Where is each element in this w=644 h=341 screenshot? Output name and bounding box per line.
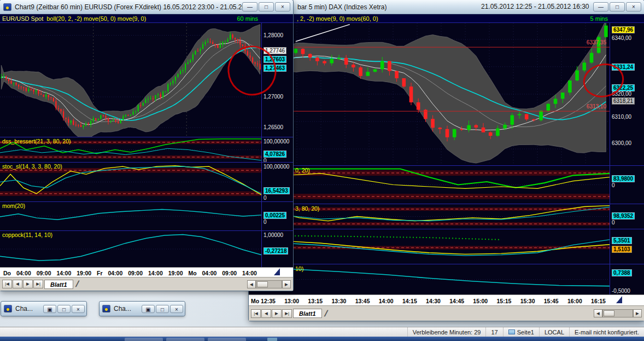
window-controls: ▣ □ ×	[142, 305, 183, 313]
momentum-indicator-panel[interactable]	[0, 202, 261, 230]
time-axis-label: 15:00	[473, 298, 488, 304]
taskbar-item[interactable]	[166, 338, 204, 341]
page-monitor-icon	[508, 330, 515, 334]
stochastic-panel-label: stoc_sl(14, 3, 3, 80, 20)	[2, 163, 62, 170]
maximize-button[interactable]: □	[57, 305, 71, 313]
restore-button[interactable]: ▣	[142, 305, 155, 313]
time-axis-label: Mo 12:35	[251, 298, 276, 304]
status-local: LOCAL	[539, 327, 569, 337]
sheet-tab-blatt1[interactable]: Blatt1	[44, 280, 73, 289]
studies-label: boll(20, 2, -2) move(50, 0) move(9, 0)	[46, 15, 146, 22]
minimized-chart-window-2[interactable]: Cha... ▣ □ ×	[99, 302, 185, 316]
support-level-label: 6313,10	[587, 103, 606, 109]
horizontal-scrollbar[interactable]: ◀ ▶	[594, 309, 642, 317]
price-grid-label: 1,27000	[264, 94, 283, 100]
last-price-box: 6347,96	[612, 26, 635, 33]
time-axis-label: 13:30	[332, 298, 347, 304]
time-axis-label: 14:30	[426, 298, 441, 304]
sheet-nav-button[interactable]: ◀	[13, 280, 22, 288]
sheet-nav-button[interactable]: |◀	[2, 280, 12, 288]
minimize-button[interactable]: —	[242, 2, 257, 11]
time-axis-label: Mo	[188, 270, 196, 276]
eurusd-window-titlebar[interactable]: Chart9 (Zeitbar 60 min) EURUSD (Forex FX…	[0, 0, 293, 14]
sheet-nav-button[interactable]: ◀	[261, 309, 271, 318]
mom-value-box-2: 1,5103	[612, 246, 632, 253]
panel-separator	[249, 204, 644, 204]
close-button[interactable]: ×	[170, 305, 183, 313]
dax-main-chart[interactable]: 6337,35 6313,10	[249, 23, 610, 165]
sheet-tab-blatt1[interactable]: Blatt1	[293, 309, 322, 318]
coppock-value-box: -0,27218	[264, 247, 288, 255]
time-axis-label: 14:00	[242, 270, 257, 276]
scrollbar-thumb[interactable]	[257, 281, 268, 287]
taskbar-item[interactable]	[208, 338, 246, 341]
scrollbar-track[interactable]	[602, 309, 633, 317]
dss-value-box: 83,9800	[612, 175, 635, 182]
window-title-dates: 21.05.2012 12:25 - 21.05.2012 16:30	[481, 3, 589, 10]
close-button[interactable]: ×	[626, 2, 641, 11]
sheet-nav-button[interactable]: ▶	[23, 280, 33, 288]
scrollbar-thumb[interactable]	[604, 310, 614, 316]
horizontal-scrollbar[interactable]: ◀ ▶	[247, 280, 291, 288]
window-controls: — □ ×	[242, 2, 290, 11]
chart-anchor-icon	[616, 296, 622, 303]
sheet-nav-button[interactable]: |◀	[251, 309, 261, 318]
timeframe-label: 5 mins	[590, 15, 608, 22]
momentum-indicator-panel[interactable]	[249, 229, 610, 264]
indicator-scale-label: -0,5000	[612, 288, 630, 294]
time-axis-label: Fr	[97, 270, 103, 276]
scrollbar-track[interactable]	[256, 280, 282, 288]
restore-button[interactable]: ▣	[43, 305, 56, 313]
time-axis-label: 16:00	[567, 298, 582, 304]
maximize-button[interactable]: □	[259, 2, 274, 11]
symbol-label: EUR/USD Spot	[2, 15, 43, 22]
resistance-level-label: 6337,35	[587, 39, 606, 45]
time-axis-label: Do	[3, 270, 11, 276]
time-axis-label: 13:45	[355, 298, 370, 304]
time-axis-label: 14:00	[148, 270, 163, 276]
dax-window-titlebar[interactable]: bar 5 min) DAX (Indizes Xetra) 21.05.201…	[249, 0, 644, 14]
chart-anchor-icon	[274, 268, 280, 275]
time-axis-label: 15:45	[544, 298, 559, 304]
window-title: bar 5 min) DAX (Indizes Xetra)	[297, 3, 387, 11]
close-button[interactable]: ×	[275, 2, 290, 11]
scroll-left-button[interactable]: ◀	[247, 280, 256, 288]
window-title: Chart9 (Zeitbar 60 min) EURUSD (Forex FX…	[15, 3, 242, 11]
status-page-label: Seite1	[517, 329, 534, 336]
time-axis-label: 13:00	[284, 298, 299, 304]
sheet-nav-button[interactable]: ▶|	[282, 309, 292, 318]
maximize-button[interactable]: □	[156, 305, 169, 313]
sheet-nav-button[interactable]: ▶|	[33, 280, 43, 288]
time-axis-label: 13:15	[308, 298, 323, 304]
sheet-nav-buttons: |◀◀▶▶|	[2, 280, 43, 288]
close-price-box: 6318,21	[612, 97, 635, 105]
panel-separator	[0, 230, 293, 231]
eurusd-main-chart[interactable]	[0, 23, 261, 137]
maximize-button[interactable]: □	[610, 2, 625, 11]
price-marker-2: 1,27463	[264, 65, 286, 72]
time-axis-label: 09:00	[128, 270, 143, 276]
minimized-window-title: Cha...	[15, 305, 33, 313]
taskbar[interactable]	[0, 337, 644, 341]
minimize-button[interactable]: —	[593, 2, 608, 11]
timeframe-label: 60 mins	[237, 15, 258, 22]
dax-chart-window[interactable]: bar 5 min) DAX (Indizes Xetra) 21.05.201…	[249, 0, 644, 321]
momentum-panel-label: mom(20)	[2, 203, 25, 209]
scroll-right-button[interactable]: ▶	[282, 280, 291, 288]
chart-app-icon	[102, 305, 110, 313]
status-email: E-mail nicht konfiguriert.	[569, 327, 644, 337]
coppock-value-box: 0,7388	[612, 269, 632, 276]
sheet-nav-button[interactable]: ▶	[272, 309, 282, 318]
indicator-scale-label: 0	[612, 182, 615, 188]
taskbar-item[interactable]	[125, 338, 163, 341]
scroll-right-button[interactable]: ▶	[633, 309, 642, 317]
close-button[interactable]: ×	[72, 305, 85, 313]
indicator-scale-label: 100,00000	[264, 164, 289, 170]
panel-separator	[249, 229, 644, 229]
eurusd-chart-window[interactable]: Chart9 (Zeitbar 60 min) EURUSD (Forex FX…	[0, 0, 293, 291]
taskbar-tray-icon[interactable]	[267, 338, 277, 341]
time-axis-label: 15:30	[520, 298, 535, 304]
dss-panel-label: dss_bressert(21, 3, 80, 20)	[2, 138, 71, 145]
minimized-chart-window-1[interactable]: Cha... ▣ □ ×	[1, 302, 86, 316]
scroll-left-button[interactable]: ◀	[594, 309, 602, 317]
